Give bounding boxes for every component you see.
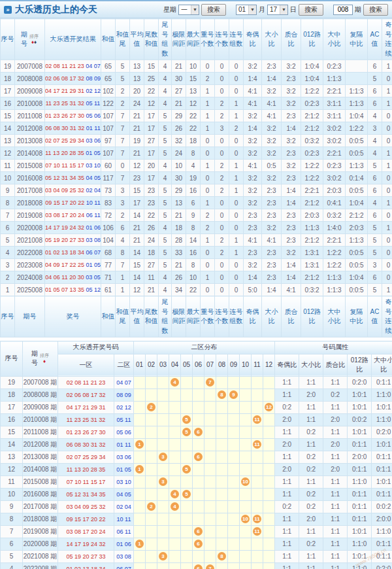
stat-cell: 0:2:3 <box>323 60 346 73</box>
t2-header-row-1: 序号期 号排序♦大乐透开奖号码二区分布号码属性 <box>1 341 392 354</box>
stat-cell: 2 <box>215 172 229 184</box>
attr-cell: 0:1:1 <box>372 538 392 550</box>
attr-cell: 1:1 <box>275 525 299 538</box>
zone-dist-cell <box>263 488 275 500</box>
attr-cell: 1:1 <box>299 562 323 569</box>
attr-cell: 2:0 <box>299 513 323 525</box>
stat-cell: 0:3:2 <box>323 209 346 222</box>
result-cell: 02 07 25 29 34 03 06 <box>45 135 101 147</box>
attr-cell: 2:0 <box>323 438 348 451</box>
front-numbers-cell: 02 07 25 29 34 <box>58 451 114 463</box>
front-numbers: 01 02 13 18 34 <box>45 249 84 256</box>
back-number-ball: 2 <box>147 502 155 511</box>
zone-dist-cell: 6 <box>193 562 204 569</box>
stat-cell: 4:1 <box>262 97 282 110</box>
zone-dist-cell <box>193 438 204 451</box>
month-select[interactable]: 01▼ <box>236 5 257 15</box>
stat-cell: 7 <box>116 122 130 135</box>
attr-cell: 1:1:0 <box>372 413 392 426</box>
front-numbers-cell: 06 08 30 31 32 <box>58 438 114 451</box>
stat-cell: 3:2 <box>262 222 282 234</box>
sort-diamond-red-icon[interactable]: ♦ <box>43 358 46 364</box>
stat-cell: 0 <box>215 197 229 209</box>
stat-cell: 0 <box>382 259 392 271</box>
day-select[interactable]: 17▼ <box>267 5 288 15</box>
period-cell: 2009008 <box>15 85 45 97</box>
zone-dist-cell <box>216 538 228 550</box>
zone-dist-cell: 5 <box>181 413 193 426</box>
sort-control[interactable]: 排序♦ <box>40 353 49 364</box>
zone-dist-cell <box>240 525 252 538</box>
stat-cell: 97 <box>101 135 116 147</box>
stat-cell: 4 <box>159 73 172 85</box>
ball-col-header: 04 <box>169 354 181 376</box>
front-numbers: 01 05 07 13 35 <box>45 286 84 293</box>
zone-dist-cell <box>240 426 252 438</box>
t1-footer-col-header: 大小 比 <box>262 296 282 337</box>
back-number-ball: 6 <box>194 564 203 569</box>
back-numbers: 01 11 <box>84 125 100 131</box>
table-row: 9201700803 04 09 25 32 02 04733152352916… <box>1 184 392 197</box>
date-search-button[interactable]: 搜索 <box>299 4 323 16</box>
stat-cell: 5 <box>116 73 130 85</box>
attr-cell: 1:1 <box>275 376 299 388</box>
zone-dist-cell: 5 <box>181 488 193 500</box>
stat-cell: 3:2 <box>282 85 301 97</box>
stat-cell: 1:2:2 <box>301 85 323 97</box>
issue-input[interactable] <box>333 5 353 15</box>
zone-dist-cell: 11 <box>252 413 263 426</box>
zone-dist-cell <box>157 413 169 426</box>
page-title: 大乐透历史上的今天 <box>15 4 97 16</box>
front-numbers: 03 08 17 20 24 <box>45 212 84 218</box>
stat-cell: 9 <box>186 209 201 222</box>
zone-dist-cell: 3 <box>157 475 169 488</box>
stat-cell: 18 <box>186 135 201 147</box>
period-cell: 2021008 期 <box>23 550 58 562</box>
attr-cell: 0:2:0 <box>372 562 392 569</box>
week-search-button[interactable]: 搜索 <box>201 4 226 16</box>
stat-cell: 0 <box>229 209 244 222</box>
stat-cell: 1:2:2 <box>323 247 346 259</box>
attr-col-header: 质合比 <box>323 354 348 376</box>
issue-search-button[interactable]: 搜索 <box>363 4 388 16</box>
t1-col-header: 平均 值 <box>130 19 144 60</box>
seq-cell: 4 <box>1 247 15 259</box>
period-cell: 2009008 期 <box>23 401 58 413</box>
period-cell: 2013008 <box>15 135 45 147</box>
stat-cell: 5 <box>368 284 382 296</box>
zone-dist-cell <box>181 388 193 401</box>
zone-dist-cell: 1 <box>134 438 146 451</box>
stat-cell: 8 <box>116 247 130 259</box>
search-controls: 星期 一▼ 搜索 01▼ 月 17▼ 日 搜索 期 搜索 <box>163 4 388 16</box>
front-numbers-cell: 14 17 19 24 32 <box>58 538 114 550</box>
back-number-ball: 5 <box>182 490 191 498</box>
stat-cell: 1 <box>201 85 215 97</box>
stat-cell: 5 <box>159 122 172 135</box>
stat-cell: 4:1 <box>262 110 282 122</box>
stat-cell: 5 <box>368 247 382 259</box>
stat-cell: 29 <box>172 110 186 122</box>
zone-dist-cell <box>240 376 252 388</box>
table-row: 11201500807 10 11 15 17 03 1060012204104… <box>1 160 392 172</box>
sort-control[interactable]: 排序♦♦ <box>29 34 39 45</box>
sort-diamond-dark-icon[interactable]: ♦ <box>34 39 37 45</box>
table-row: 1202500801 05 07 13 35 05 12611122143422… <box>1 284 392 296</box>
zone-dist-cell: 11 <box>252 525 263 538</box>
week-select[interactable]: 一▼ <box>178 5 199 15</box>
t1-header-row: 序号期 号排序♦♦大乐透开奖结果和值和值 尾平均 值尾数 和值尾号 组数极限 间… <box>1 19 392 60</box>
back-numbers: 01 05 <box>84 150 101 156</box>
seq-cell: 14 <box>1 122 15 135</box>
back-number-ball: 5 <box>182 465 191 474</box>
stat-cell: 3 <box>116 197 130 209</box>
stat-cell: 1 <box>116 271 130 284</box>
stat-cell: 21 <box>130 110 144 122</box>
stat-cell: 1 <box>229 247 244 259</box>
stat-cell: 1 <box>229 97 244 110</box>
zone-dist-cell <box>240 538 252 550</box>
attr-cell: 1:1 <box>323 538 348 550</box>
zone-dist-cell: 7 <box>204 562 216 569</box>
attr-cell: 1:1:0 <box>348 538 372 550</box>
t1-col-header: 奇号 连续 <box>382 19 392 60</box>
period-cell: 2017008 期 <box>23 500 58 513</box>
stat-cell: 26 <box>172 271 186 284</box>
